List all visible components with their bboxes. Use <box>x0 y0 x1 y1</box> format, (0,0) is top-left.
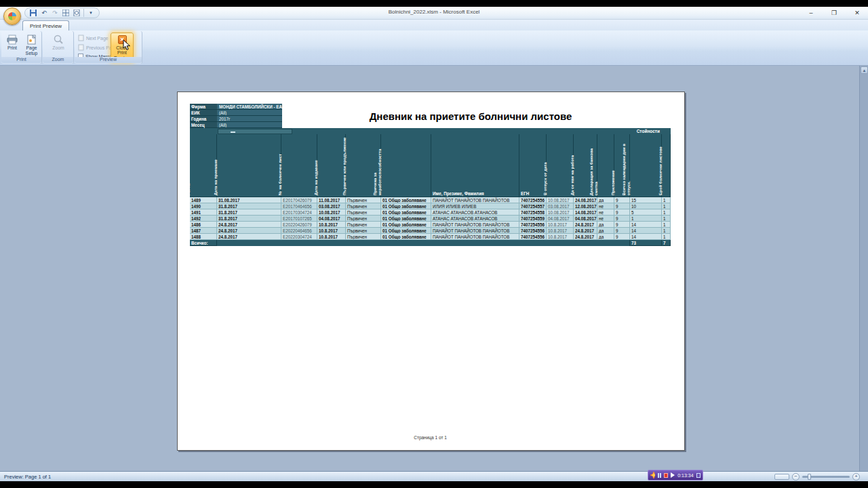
table-cell: 9 <box>614 216 630 222</box>
table-cell: 1487 <box>190 228 217 234</box>
totals-row: Всичко: 73 7 <box>190 240 671 246</box>
status-bar: Preview: Page 1 of 1 − + <box>0 471 868 481</box>
quick-access-toolbar: ↶ ↷ ▼ <box>24 7 100 18</box>
zoom-in-button[interactable]: + <box>852 473 860 481</box>
pivot-filter-tab <box>218 129 292 134</box>
info-row-eik: ЕИК (All) <box>190 110 282 116</box>
zoom-slider-thumb[interactable] <box>808 474 811 480</box>
info-row-month: Месец (All) <box>190 122 282 128</box>
table-cell: 01 Общо заболяване <box>381 228 431 234</box>
table-cell: 01 Общо заболяване <box>381 234 431 240</box>
window-title: Bolnichni_2022.xlsm - Microsoft Excel <box>0 9 868 15</box>
recorder-window-icon[interactable] <box>696 473 701 478</box>
header-cell: Брой болнични листове <box>662 134 671 197</box>
next-page-button[interactable]: Next Page <box>78 35 108 41</box>
table-cell: Първичен <box>346 209 381 216</box>
pivot-header-band: Стойности <box>190 128 671 134</box>
preview-group-label: Preview <box>75 57 142 63</box>
save-icon[interactable] <box>29 9 37 17</box>
table-cell: да <box>597 197 614 203</box>
table-cell: 9 <box>614 222 630 228</box>
table-cell: 1 <box>662 228 671 234</box>
table-cell: Първичен <box>346 203 381 209</box>
ribbon-group-print: Print Page Setup Print <box>1 31 42 64</box>
zoom-slider[interactable] <box>802 476 850 478</box>
title-bar: Bolnichni_2022.xlsm - Microsoft Excel – … <box>0 7 868 20</box>
table-cell: 14 <box>630 234 662 240</box>
table-cell: 1 <box>662 222 671 228</box>
zoom-level-button[interactable] <box>774 474 789 480</box>
table-cell: 1489 <box>190 197 217 203</box>
screen-recorder-toolbar: 0:13:34 <box>648 470 703 481</box>
table-cell: 1486 <box>190 222 217 228</box>
collapse-dash-icon <box>231 131 235 133</box>
zoom-out-button[interactable]: − <box>792 473 800 481</box>
table-cell: 10.08.2017 <box>317 209 346 216</box>
table-cell: да <box>597 234 614 240</box>
table-cell: 7407254556 <box>519 234 547 240</box>
table-cell: 7407254559 <box>519 216 547 222</box>
totals-label: Всичко: <box>190 240 217 246</box>
header-cell: № на болничен лист <box>281 134 317 197</box>
table-cell: 04.08.2017 <box>574 216 597 222</box>
magnifier-icon <box>53 35 64 45</box>
zoom-button[interactable]: Zoom <box>50 33 67 51</box>
table-cell: 1488 <box>190 234 217 240</box>
minimize-button[interactable]: – <box>806 8 816 17</box>
recording-time: 0:13:34 <box>677 473 693 478</box>
undo-icon[interactable]: ↶ <box>40 9 48 17</box>
close-button[interactable]: ✕ <box>852 8 863 17</box>
info-value: (All) <box>217 122 282 128</box>
table-cell: 14 <box>630 222 662 228</box>
table-cell: 9 <box>614 197 630 203</box>
info-label: Фирма <box>190 104 217 110</box>
vertical-scrollbar[interactable]: ▲ <box>859 66 868 471</box>
office-button[interactable] <box>3 7 21 25</box>
table-cell: E20170107265 <box>281 216 317 222</box>
table-cell: 1492 <box>190 216 217 222</box>
info-value: МОНДИ СТАМБОЛИЙСКИ - ЕАД <box>217 104 282 110</box>
table-cell: 10.8.2017 <box>547 222 574 228</box>
stop-icon[interactable] <box>664 473 668 478</box>
grid-icon[interactable] <box>62 9 70 17</box>
table-cell: 11.08.2017 <box>317 197 346 203</box>
table-cell: не <box>597 216 614 222</box>
status-text: Preview: Page 1 of 1 <box>4 474 51 480</box>
table-cell: АТАНАС АТАНАСОВ АТАНАСОВ <box>431 216 519 222</box>
pause-icon[interactable] <box>658 473 661 478</box>
office-logo-icon <box>8 12 16 20</box>
table-row: 148931.08.2017E2017042607911.08.2017Първ… <box>190 197 671 203</box>
table-cell: 9 <box>614 209 630 216</box>
table-cell: 9 <box>614 234 630 240</box>
table-cell: 01 Общо заболяване <box>381 216 431 222</box>
table-cell: E20220426079 <box>281 222 317 228</box>
table-cell: 7407254556 <box>519 228 547 234</box>
table-cell: 24.8.2017 <box>574 222 597 228</box>
table-cell: 24.8.2017 <box>217 228 281 234</box>
scroll-up-icon[interactable]: ▲ <box>861 66 868 74</box>
print-preview-icon[interactable] <box>73 9 81 17</box>
table-cell: 1491 <box>190 209 217 216</box>
next-page-icon <box>78 35 84 41</box>
table-row: 148624.8.2017E2022042607910.8.2017Първич… <box>190 222 671 228</box>
info-value: (All) <box>217 110 282 116</box>
table-cell: ПАНАЙОТ ПАНАЙОТОВ ПАНАЙОТОВ <box>431 197 519 203</box>
mouse-cursor <box>123 39 131 54</box>
document-title: Дневник на приетите болнични листове <box>369 110 572 122</box>
table-header-row: Рег № Дата на приемане № на болничен лис… <box>190 134 671 197</box>
table-cell: 24.8.2017 <box>574 234 597 240</box>
page-setup-button[interactable]: Page Setup <box>22 33 41 56</box>
table-cell: Първичен <box>346 228 381 234</box>
preview-page[interactable]: Фирма МОНДИ СТАМБОЛИЙСКИ - ЕАД ЕИК (All)… <box>177 92 685 451</box>
info-label: Година <box>190 116 217 122</box>
play-icon[interactable] <box>671 472 675 478</box>
print-button[interactable]: Print <box>3 33 21 51</box>
page-setup-icon <box>27 35 37 45</box>
customize-qat-arrow-icon[interactable]: ▼ <box>87 9 95 17</box>
tab-print-preview[interactable]: Print Preview <box>22 20 69 30</box>
table-cell: 24.8.2017 <box>574 228 597 234</box>
redo-icon[interactable]: ↷ <box>51 9 59 17</box>
restore-button[interactable]: ❐ <box>829 8 840 17</box>
report-filter-block: Фирма МОНДИ СТАМБОЛИЙСКИ - ЕАД ЕИК (All)… <box>190 104 282 128</box>
table-cell: 01 Общо заболяване <box>381 222 431 228</box>
